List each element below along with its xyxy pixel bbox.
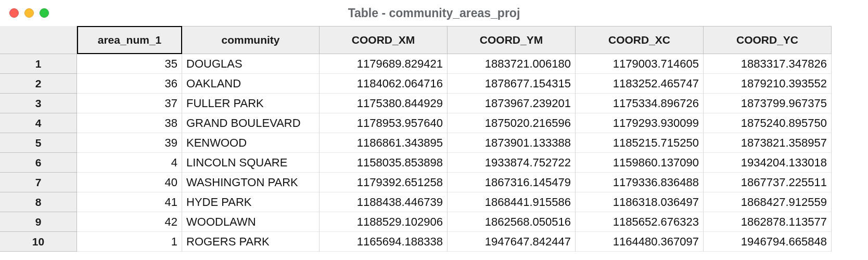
cell-coord_xc[interactable]: 1179293.930099 — [576, 113, 704, 133]
cell-community[interactable]: WASHINGTON PARK — [182, 173, 320, 192]
column-header-coord_xc[interactable]: COORD_XC — [576, 26, 704, 54]
table-row[interactable]: 337FULLER PARK1175380.8449291873967.2392… — [0, 94, 868, 113]
cell-coord_xc[interactable]: 1159860.137090 — [576, 153, 704, 173]
table-row[interactable]: 740WASHINGTON PARK1179392.6512581867316.… — [0, 173, 868, 192]
close-icon[interactable] — [9, 8, 19, 18]
cell-coord_xc[interactable]: 1164480.367097 — [576, 232, 704, 252]
cell-coord_xm[interactable]: 1179392.651258 — [320, 173, 448, 192]
row-header[interactable]: 10 — [0, 232, 77, 252]
data-area: 135DOUGLAS1179689.8294211883721.00618011… — [0, 54, 868, 252]
cell-coord_yc[interactable]: 1867737.225511 — [704, 173, 832, 192]
cell-area_num_1[interactable]: 38 — [77, 113, 182, 133]
cell-coord_xc[interactable]: 1186318.036497 — [576, 192, 704, 212]
cell-community[interactable]: ROGERS PARK — [182, 232, 320, 252]
cell-coord_yc[interactable]: 1875240.895750 — [704, 113, 832, 133]
table-row[interactable]: 539KENWOOD1186861.3438951873901.13338811… — [0, 133, 868, 153]
cell-area_num_1[interactable]: 37 — [77, 94, 182, 113]
cell-coord_yc[interactable]: 1883317.347826 — [704, 54, 832, 74]
cell-coord_ym[interactable]: 1878677.154315 — [448, 74, 576, 94]
cell-coord_xm[interactable]: 1188529.102906 — [320, 212, 448, 232]
cell-coord_xc[interactable]: 1175334.896726 — [576, 94, 704, 113]
cell-coord_xc[interactable]: 1179336.836488 — [576, 173, 704, 192]
titlebar[interactable]: Table - community_areas_proj — [0, 0, 868, 26]
table-row[interactable]: 64LINCOLN SQUARE1158035.8538981933874.75… — [0, 153, 868, 173]
select-all-corner[interactable] — [0, 26, 77, 54]
cell-coord_ym[interactable]: 1873967.239201 — [448, 94, 576, 113]
cell-coord_ym[interactable]: 1933874.752722 — [448, 153, 576, 173]
cell-area_num_1[interactable]: 41 — [77, 192, 182, 212]
column-header-community[interactable]: community — [182, 26, 320, 54]
cell-coord_yc[interactable]: 1879210.393552 — [704, 74, 832, 94]
cell-coord_yc[interactable]: 1862878.113577 — [704, 212, 832, 232]
cell-coord_xc[interactable]: 1179003.714605 — [576, 54, 704, 74]
cell-coord_ym[interactable]: 1868441.915586 — [448, 192, 576, 212]
table-row[interactable]: 438GRAND BOULEVARD1178953.9576401875020.… — [0, 113, 868, 133]
cell-coord_ym[interactable]: 1875020.216596 — [448, 113, 576, 133]
cell-coord_ym[interactable]: 1862568.050516 — [448, 212, 576, 232]
table-row[interactable]: 236OAKLAND1184062.0647161878677.15431511… — [0, 74, 868, 94]
row-header[interactable]: 4 — [0, 113, 77, 133]
table-row[interactable]: 841HYDE PARK1188438.4467391868441.915586… — [0, 192, 868, 212]
row-header[interactable]: 7 — [0, 173, 77, 192]
cell-area_num_1[interactable]: 39 — [77, 133, 182, 153]
cell-coord_yc[interactable]: 1946794.665848 — [704, 232, 832, 252]
cell-coord_ym[interactable]: 1873901.133388 — [448, 133, 576, 153]
cell-coord_ym[interactable]: 1883721.006180 — [448, 54, 576, 74]
row-header[interactable]: 9 — [0, 212, 77, 232]
table-row[interactable]: 135DOUGLAS1179689.8294211883721.00618011… — [0, 54, 868, 74]
column-header-area_num_1[interactable]: area_num_1 — [77, 26, 182, 54]
cell-coord_yc[interactable]: 1934204.133018 — [704, 153, 832, 173]
cell-area_num_1[interactable]: 40 — [77, 173, 182, 192]
column-header-coord_yc[interactable]: COORD_YC — [704, 26, 832, 54]
column-header-coord_xm[interactable]: COORD_XM — [320, 26, 448, 54]
cell-coord_xc[interactable]: 1185215.715250 — [576, 133, 704, 153]
column-header-label: COORD_XC — [608, 34, 670, 46]
cell-coord_xm[interactable]: 1179689.829421 — [320, 54, 448, 74]
column-header-label: area_num_1 — [98, 34, 162, 46]
cell-coord_xm[interactable]: 1165694.188338 — [320, 232, 448, 252]
cell-area_num_1[interactable]: 1 — [77, 232, 182, 252]
cell-community[interactable]: HYDE PARK — [182, 192, 320, 212]
cell-coord_xc[interactable]: 1183252.465747 — [576, 74, 704, 94]
cell-area_num_1[interactable]: 4 — [77, 153, 182, 173]
table-row[interactable]: 942WOODLAWN1188529.1029061862568.0505161… — [0, 212, 868, 232]
cell-community[interactable]: WOODLAWN — [182, 212, 320, 232]
cell-coord_xm[interactable]: 1186861.343895 — [320, 133, 448, 153]
cell-coord_xm[interactable]: 1158035.853898 — [320, 153, 448, 173]
cell-coord_xm[interactable]: 1184062.064716 — [320, 74, 448, 94]
cell-area_num_1[interactable]: 42 — [77, 212, 182, 232]
cell-coord_yc[interactable]: 1868427.912559 — [704, 192, 832, 212]
row-header[interactable]: 3 — [0, 94, 77, 113]
cell-community[interactable]: GRAND BOULEVARD — [182, 113, 320, 133]
table-window: Table - community_areas_proj area_num_1c… — [0, 0, 868, 260]
row-header[interactable]: 5 — [0, 133, 77, 153]
cell-coord_yc[interactable]: 1873799.967375 — [704, 94, 832, 113]
row-header[interactable]: 8 — [0, 192, 77, 212]
cell-coord_ym[interactable]: 1947647.842447 — [448, 232, 576, 252]
row-header[interactable]: 1 — [0, 54, 77, 74]
cell-coord_ym[interactable]: 1867316.145479 — [448, 173, 576, 192]
window-controls — [9, 8, 49, 18]
row-header[interactable]: 2 — [0, 74, 77, 94]
cell-coord_yc[interactable]: 1873821.358957 — [704, 133, 832, 153]
window-title: Table - community_areas_proj — [0, 6, 868, 20]
cell-coord_xm[interactable]: 1175380.844929 — [320, 94, 448, 113]
cell-community[interactable]: OAKLAND — [182, 74, 320, 94]
cell-community[interactable]: LINCOLN SQUARE — [182, 153, 320, 173]
data-grid: area_num_1communityCOORD_XMCOORD_YMCOORD… — [0, 26, 868, 260]
minimize-icon[interactable] — [24, 8, 34, 18]
row-header[interactable]: 6 — [0, 153, 77, 173]
table-row[interactable]: 101ROGERS PARK1165694.1883381947647.8424… — [0, 232, 868, 252]
cell-community[interactable]: KENWOOD — [182, 133, 320, 153]
cell-coord_xm[interactable]: 1188438.446739 — [320, 192, 448, 212]
column-header-coord_ym[interactable]: COORD_YM — [448, 26, 576, 54]
cell-community[interactable]: DOUGLAS — [182, 54, 320, 74]
column-header-label: COORD_YC — [736, 34, 798, 46]
maximize-icon[interactable] — [40, 8, 49, 18]
cell-coord_xm[interactable]: 1178953.957640 — [320, 113, 448, 133]
cell-area_num_1[interactable]: 35 — [77, 54, 182, 74]
cell-coord_xc[interactable]: 1185652.676323 — [576, 212, 704, 232]
cell-community[interactable]: FULLER PARK — [182, 94, 320, 113]
cell-area_num_1[interactable]: 36 — [77, 74, 182, 94]
column-header-label: COORD_XM — [352, 34, 415, 46]
